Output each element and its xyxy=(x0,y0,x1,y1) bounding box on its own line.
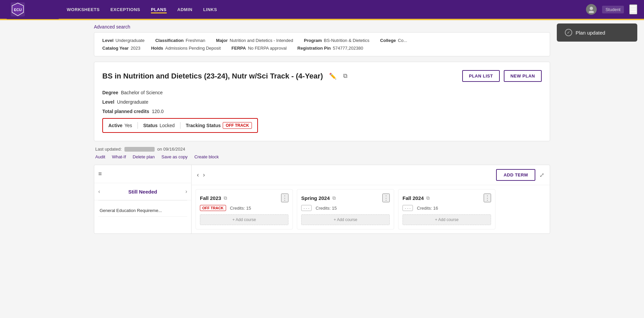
term-name-fall-2023: Fall 2023 xyxy=(200,195,221,201)
expand-icon-button[interactable]: ⤢ xyxy=(539,171,544,179)
term-add-course-bar-fall-2024[interactable]: + Add course xyxy=(402,214,491,225)
catalog-year-value: 2023 xyxy=(131,46,141,51)
toast-message: Plan updated xyxy=(576,30,605,36)
plan-level-value: Undergraduate xyxy=(117,99,148,105)
term-name-fall-2024: Fall 2024 xyxy=(402,195,424,201)
toolbar-right: ADD TERM ⤢ xyxy=(496,169,544,181)
major-value: Nutrition and Dietetics - Intended xyxy=(230,38,293,43)
term-more-button-fall-2024[interactable]: ⋮ xyxy=(484,194,491,202)
advanced-search-link[interactable]: Advanced search xyxy=(94,20,130,32)
total-credits-value: 120.0 xyxy=(152,109,164,114)
last-updated-row: Last updated: on 09/16/2024 xyxy=(95,147,549,152)
plan-list-button[interactable]: PLAN LIST xyxy=(462,70,500,82)
catalog-year-info: Catalog Year 2023 xyxy=(102,46,140,51)
term-copy-icon-spring-2024[interactable]: ⧉ xyxy=(332,195,336,201)
classification-info: Classification Freshman xyxy=(155,38,205,43)
delete-plan-link[interactable]: Delete plan xyxy=(133,154,155,159)
term-more-button-spring-2024[interactable]: ⋮ xyxy=(382,194,390,202)
holds-info: Holds Admissions Pending Deposit xyxy=(151,46,221,51)
plan-details: Degree Bachelor of Science Level Undergr… xyxy=(102,90,542,133)
status-divider-2 xyxy=(180,122,180,129)
sidebar-menu-button[interactable]: ≡ xyxy=(98,170,102,177)
user-avatar-icon[interactable] xyxy=(586,4,597,15)
total-credits-label: Total planned credits xyxy=(102,109,149,114)
registration-pin-value: 574777,202380 xyxy=(333,46,363,51)
active-label: Active xyxy=(108,123,122,128)
term-credits-fall-2024: Credits: 16 xyxy=(417,206,438,211)
logo-area: ECU xyxy=(7,0,59,19)
plan-card: BS in Nutrition and Dietetics (23-24), N… xyxy=(94,62,550,141)
still-needed-title: Still Needed xyxy=(128,189,157,195)
nav-exceptions[interactable]: EXCEPTIONS xyxy=(110,6,140,13)
edit-plan-icon[interactable]: ✏️ xyxy=(328,72,337,81)
top-navigation: ECU WORKSHEETS EXCEPTIONS PLANS ADMIN LI… xyxy=(0,0,644,19)
status-highlight-box: Active Yes Status Locked Tracking Status… xyxy=(102,118,258,133)
major-info: Major Nutrition and Dietetics - Intended xyxy=(216,38,293,43)
term-name-spring-2024: Spring 2024 xyxy=(301,195,330,201)
terms-prev-arrow[interactable]: ‹ xyxy=(197,171,199,178)
term-dashes-badge-fall-2024: - - - xyxy=(402,205,413,211)
term-dashes-badge-spring-2024: - - - xyxy=(301,205,312,211)
plan-title: BS in Nutrition and Dietetics (23-24), N… xyxy=(102,72,323,81)
what-if-link[interactable]: What-If xyxy=(112,154,126,159)
create-block-link[interactable]: Create block xyxy=(194,154,219,159)
term-copy-icon-fall-2024[interactable]: ⧉ xyxy=(426,195,430,201)
audit-link[interactable]: Audit xyxy=(95,154,105,159)
still-needed-prev-arrow[interactable]: ‹ xyxy=(98,189,100,195)
term-more-button-fall-2023[interactable]: ⋮ xyxy=(281,194,288,202)
redacted-username xyxy=(124,147,155,152)
term-status-row-fall-2024: - - - Credits: 16 xyxy=(402,205,491,211)
add-term-button[interactable]: ADD TERM xyxy=(496,169,535,181)
sidebar-header: ≡ xyxy=(94,165,191,183)
student-info-bar: Level Undergraduate Classification Fresh… xyxy=(94,32,550,56)
status-label: Status xyxy=(143,123,158,128)
term-title-area-fall-2023: Fall 2023 ⧉ xyxy=(200,195,227,201)
terms-columns: Fall 2023 ⧉ ⋮ OFF TRACK Credits: 15 xyxy=(192,185,550,233)
plan-updated-toast: ✓ Plan updated xyxy=(557,23,637,42)
nav-right-area: Student ☰ xyxy=(586,4,637,15)
copy-plan-icon[interactable]: ⧉ xyxy=(342,72,348,80)
save-as-copy-link[interactable]: Save as copy xyxy=(161,154,187,159)
toast-check-icon: ✓ xyxy=(565,29,572,36)
hamburger-menu-button[interactable]: ☰ xyxy=(629,4,637,14)
still-needed-sidebar: ≡ ‹ Still Needed › General Education Req… xyxy=(94,165,192,233)
plan-grid-container: ≡ ‹ Still Needed › General Education Req… xyxy=(94,165,550,234)
program-value: BS-Nutrition & Dietetics xyxy=(324,38,370,43)
still-needed-next-arrow[interactable]: › xyxy=(185,189,187,195)
new-plan-button[interactable]: NEW PLAN xyxy=(504,70,542,82)
status-divider-1 xyxy=(138,122,138,129)
student-info-row-2: Catalog Year 2023 Holds Admissions Pendi… xyxy=(102,46,542,51)
locked-status-item: Status Locked xyxy=(143,123,175,128)
holds-value: Admissions Pending Deposit xyxy=(165,46,221,51)
terms-next-arrow[interactable]: › xyxy=(203,171,205,178)
nav-items: WORKSHEETS EXCEPTIONS PLANS ADMIN LINKS xyxy=(67,6,217,13)
still-needed-nav-row: ‹ Still Needed › xyxy=(94,183,191,200)
svg-point-3 xyxy=(589,11,594,13)
classification-value: Freshman xyxy=(186,38,206,43)
nav-links[interactable]: LINKS xyxy=(203,6,217,13)
nav-worksheets[interactable]: WORKSHEETS xyxy=(67,6,100,13)
ferpa-info: FERPA No FERPA approval xyxy=(231,46,286,51)
nav-plans[interactable]: PLANS xyxy=(151,6,167,13)
tracking-status-item: Tracking Status OFF TRACK xyxy=(186,122,252,129)
college-info: College Co... xyxy=(380,38,407,43)
term-copy-icon-fall-2023[interactable]: ⧉ xyxy=(224,195,227,201)
term-add-course-bar-spring-2024[interactable]: + Add course xyxy=(301,214,390,225)
terms-toolbar: ‹ › ADD TERM ⤢ xyxy=(192,165,550,185)
last-updated-date: on 09/16/2024 xyxy=(157,147,185,152)
term-title-area-fall-2024: Fall 2024 ⧉ xyxy=(402,195,430,201)
major-label: Major xyxy=(216,38,228,43)
plan-level-label: Level xyxy=(102,99,114,105)
plan-header-actions: PLAN LIST NEW PLAN xyxy=(462,70,542,82)
nav-admin[interactable]: ADMIN xyxy=(177,6,193,13)
term-status-row-spring-2024: - - - Credits: 15 xyxy=(301,205,390,211)
student-info-row-1: Level Undergraduate Classification Fresh… xyxy=(102,38,542,43)
last-updated-prefix: Last updated: xyxy=(95,147,122,152)
degree-label: Degree xyxy=(102,90,118,95)
term-off-track-badge-fall-2023: OFF TRACK xyxy=(200,205,226,211)
term-title-area-spring-2024: Spring 2024 ⧉ xyxy=(301,195,336,201)
term-add-course-bar-fall-2023[interactable]: + Add course xyxy=(200,214,288,225)
svg-point-2 xyxy=(590,7,593,10)
college-label: College xyxy=(380,38,396,43)
classification-label: Classification xyxy=(155,38,184,43)
